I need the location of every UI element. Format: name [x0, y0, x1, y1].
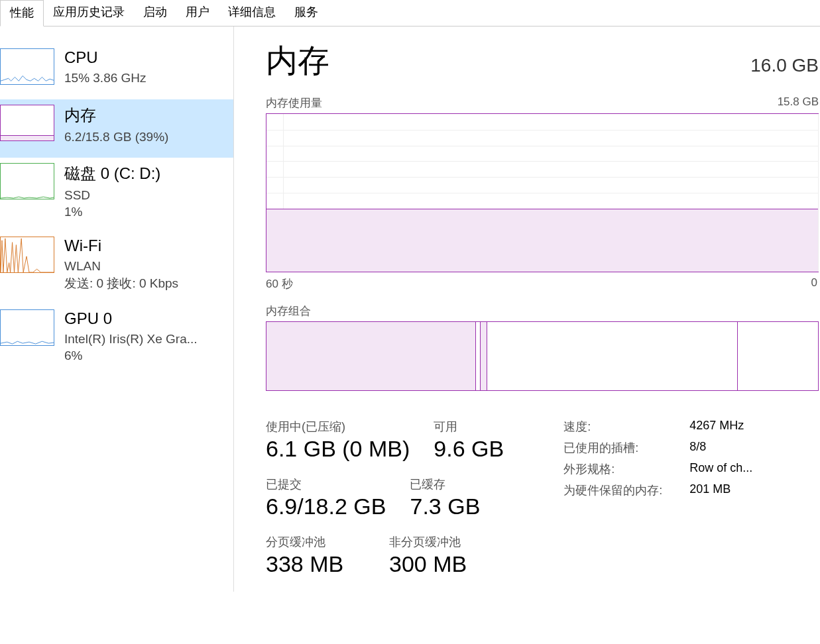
in-use-value: 6.1 GB (0 MB): [266, 436, 410, 462]
tab-users[interactable]: 用户: [176, 0, 219, 26]
main-panel: 内存 16.0 GB 内存使用量 15.8 GB 60 秒 0 内存组合: [234, 27, 820, 592]
form-value: Row of ch...: [689, 461, 752, 477]
cached-label: 已缓存: [410, 476, 509, 492]
wifi-thumb-icon: [0, 237, 54, 273]
committed-value: 6.9/18.2 GB: [266, 494, 386, 519]
wifi-sub: WLAN: [64, 258, 233, 276]
memory-thumb-icon: [0, 105, 54, 141]
memory-sub: 6.2/15.8 GB (39%): [64, 129, 233, 146]
page-title: 内存: [266, 40, 329, 82]
comp-seg-gap: [476, 322, 481, 390]
tab-services[interactable]: 服务: [285, 0, 327, 26]
reserved-value: 201 MB: [689, 482, 731, 498]
paged-label: 分页缓冲池: [266, 534, 365, 550]
reserved-label: 为硬件保留的内存:: [563, 482, 689, 498]
slots-value: 8/8: [689, 440, 706, 456]
in-use-label: 使用中(已压缩): [266, 419, 410, 435]
gpu-sub: Intel(R) Iris(R) Xe Gra...: [64, 331, 233, 349]
x-axis-left: 60 秒: [266, 276, 293, 292]
available-value: 9.6 GB: [434, 436, 533, 462]
cpu-thumb-icon: [0, 48, 54, 85]
paged-value: 338 MB: [266, 551, 365, 577]
speed-label: 速度:: [563, 419, 689, 435]
speed-value: 4267 MHz: [689, 419, 744, 435]
sidebar: CPU 15% 3.86 GHz 内存 6.2/15.8 GB (39%) 磁盘…: [0, 27, 234, 592]
disk-title: 磁盘 0 (C: D:): [64, 163, 233, 184]
form-label: 外形规格:: [563, 461, 689, 477]
tab-performance[interactable]: 性能: [0, 0, 44, 27]
comp-seg-standby: [487, 322, 738, 390]
slots-label: 已使用的插槽:: [563, 440, 689, 456]
available-label: 可用: [434, 419, 533, 435]
wifi-sub2: 发送: 0 接收: 0 Kbps: [64, 275, 233, 292]
cached-value: 7.3 GB: [410, 494, 509, 519]
memory-usage-chart[interactable]: [266, 113, 819, 272]
tab-bar: 性能 应用历史记录 启动 用户 详细信息 服务: [0, 0, 820, 27]
tab-details[interactable]: 详细信息: [219, 0, 285, 26]
sidebar-item-disk[interactable]: 磁盘 0 (C: D:) SSD 1%: [0, 158, 233, 231]
gpu-sub2: 6%: [64, 349, 233, 363]
memory-total: 16.0 GB: [750, 55, 819, 76]
memory-title: 内存: [64, 105, 233, 126]
gpu-title: GPU 0: [64, 309, 233, 328]
tab-startup[interactable]: 启动: [134, 0, 176, 26]
comp-seg-in-use: [266, 322, 476, 390]
sidebar-item-memory[interactable]: 内存 6.2/15.8 GB (39%): [0, 99, 233, 158]
gpu-thumb-icon: [0, 309, 54, 346]
nonpaged-value: 300 MB: [389, 551, 489, 577]
x-axis-right: 0: [811, 276, 817, 292]
committed-label: 已提交: [266, 476, 386, 492]
sidebar-item-wifi[interactable]: Wi-Fi WLAN 发送: 0 接收: 0 Kbps: [0, 231, 233, 305]
disk-sub: SSD: [64, 187, 233, 205]
cpu-sub: 15% 3.86 GHz: [64, 70, 233, 87]
sidebar-item-cpu[interactable]: CPU 15% 3.86 GHz: [0, 43, 233, 99]
tab-app-history[interactable]: 应用历史记录: [44, 0, 134, 26]
usage-chart-label: 内存使用量: [266, 95, 322, 111]
comp-seg-modified: [481, 322, 487, 390]
memory-usage-fill: [266, 209, 818, 272]
comp-seg-free: [738, 322, 818, 390]
memory-composition-chart[interactable]: [266, 321, 819, 391]
sidebar-item-gpu[interactable]: GPU 0 Intel(R) Iris(R) Xe Gra... 6%: [0, 304, 233, 375]
disk-sub2: 1%: [64, 205, 233, 219]
usage-chart-max: 15.8 GB: [778, 95, 819, 111]
composition-label: 内存组合: [266, 303, 820, 319]
cpu-title: CPU: [64, 48, 233, 67]
disk-thumb-icon: [0, 163, 54, 199]
wifi-title: Wi-Fi: [64, 237, 233, 255]
nonpaged-label: 非分页缓冲池: [389, 534, 489, 550]
